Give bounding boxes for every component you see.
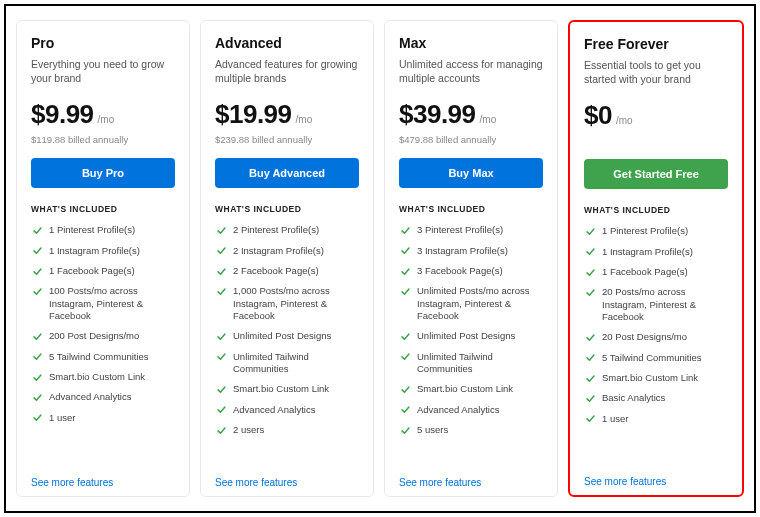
feature-text: 1 user: [602, 413, 628, 425]
cta-button[interactable]: Buy Max: [399, 158, 543, 188]
check-icon: [31, 224, 43, 236]
feature-item: 1 user: [31, 412, 175, 424]
feature-list: 1 Pinterest Profile(s)1 Instagram Profil…: [584, 225, 728, 425]
feature-text: 2 Facebook Page(s): [233, 265, 319, 277]
feature-item: 5 Tailwind Communities: [31, 351, 175, 363]
check-icon: [399, 404, 411, 416]
feature-text: Smart.bio Custom Link: [602, 372, 698, 384]
check-icon: [399, 224, 411, 236]
feature-item: Unlimited Post Designs: [399, 330, 543, 342]
feature-item: 1 user: [584, 413, 728, 425]
feature-text: Advanced Analytics: [49, 391, 131, 403]
check-icon: [215, 404, 227, 416]
feature-text: 200 Post Designs/mo: [49, 330, 139, 342]
see-more-features-link[interactable]: See more features: [584, 476, 728, 487]
feature-item: Smart.bio Custom Link: [215, 383, 359, 395]
price-row: $0/mo: [584, 100, 728, 131]
pricing-frame: ProEverything you need to grow your bran…: [4, 4, 756, 513]
feature-text: Unlimited Tailwind Communities: [417, 351, 543, 376]
check-icon: [31, 245, 43, 257]
plan-description: Essential tools to get you started with …: [584, 58, 728, 86]
feature-item: Advanced Analytics: [31, 391, 175, 403]
plan-billed: [584, 135, 728, 147]
plan-price: $39.99: [399, 99, 476, 130]
check-icon: [31, 265, 43, 277]
plan-period: /mo: [98, 114, 115, 125]
pricing-card-max: MaxUnlimited access for managing multipl…: [384, 20, 558, 497]
feature-text: 1 Facebook Page(s): [49, 265, 135, 277]
check-icon: [31, 351, 43, 363]
check-icon: [215, 351, 227, 363]
check-icon: [215, 285, 227, 297]
feature-text: Smart.bio Custom Link: [417, 383, 513, 395]
feature-item: 200 Post Designs/mo: [31, 330, 175, 342]
feature-item: 2 users: [215, 424, 359, 436]
cta-button[interactable]: Get Started Free: [584, 159, 728, 189]
check-icon: [31, 371, 43, 383]
plan-name: Pro: [31, 35, 175, 51]
check-icon: [215, 265, 227, 277]
feature-text: 1 Pinterest Profile(s): [49, 224, 135, 236]
price-row: $39.99/mo: [399, 99, 543, 130]
feature-text: 100 Posts/mo across Instagram, Pinterest…: [49, 285, 175, 322]
see-more-features-link[interactable]: See more features: [31, 477, 175, 488]
feature-text: Unlimited Tailwind Communities: [233, 351, 359, 376]
feature-text: 20 Posts/mo across Instagram, Pinterest …: [602, 286, 728, 323]
whats-included-title: WHAT'S INCLUDED: [31, 204, 175, 214]
feature-text: Advanced Analytics: [233, 404, 315, 416]
feature-text: Advanced Analytics: [417, 404, 499, 416]
feature-item: Basic Analytics: [584, 392, 728, 404]
check-icon: [399, 383, 411, 395]
feature-item: 1 Pinterest Profile(s): [584, 225, 728, 237]
feature-text: Unlimited Post Designs: [417, 330, 515, 342]
feature-text: Unlimited Posts/mo across Instagram, Pin…: [417, 285, 543, 322]
feature-item: 3 Pinterest Profile(s): [399, 224, 543, 236]
plan-price: $9.99: [31, 99, 94, 130]
feature-text: Basic Analytics: [602, 392, 665, 404]
check-icon: [215, 245, 227, 257]
feature-item: 2 Facebook Page(s): [215, 265, 359, 277]
feature-item: 20 Posts/mo across Instagram, Pinterest …: [584, 286, 728, 323]
feature-item: 1 Pinterest Profile(s): [31, 224, 175, 236]
check-icon: [584, 286, 596, 298]
pricing-card-free-forever: Free ForeverEssential tools to get you s…: [568, 20, 744, 497]
whats-included-title: WHAT'S INCLUDED: [215, 204, 359, 214]
feature-item: Unlimited Tailwind Communities: [215, 351, 359, 376]
plan-name: Free Forever: [584, 36, 728, 52]
cta-button[interactable]: Buy Advanced: [215, 158, 359, 188]
whats-included-title: WHAT'S INCLUDED: [399, 204, 543, 214]
feature-item: 1,000 Posts/mo across Instagram, Pintere…: [215, 285, 359, 322]
check-icon: [31, 330, 43, 342]
feature-item: Smart.bio Custom Link: [399, 383, 543, 395]
feature-text: 3 Facebook Page(s): [417, 265, 503, 277]
plan-billed: $479.88 billed annually: [399, 134, 543, 146]
feature-item: 5 Tailwind Communities: [584, 352, 728, 364]
feature-text: 1 Pinterest Profile(s): [602, 225, 688, 237]
pricing-card-advanced: AdvancedAdvanced features for growing mu…: [200, 20, 374, 497]
plan-description: Unlimited access for managing multiple a…: [399, 57, 543, 85]
feature-list: 3 Pinterest Profile(s)3 Instagram Profil…: [399, 224, 543, 436]
check-icon: [399, 424, 411, 436]
feature-text: Smart.bio Custom Link: [233, 383, 329, 395]
pricing-grid: ProEverything you need to grow your bran…: [16, 20, 744, 497]
feature-list: 2 Pinterest Profile(s)2 Instagram Profil…: [215, 224, 359, 436]
check-icon: [584, 372, 596, 384]
feature-item: 1 Instagram Profile(s): [31, 245, 175, 257]
feature-item: 20 Post Designs/mo: [584, 331, 728, 343]
feature-item: Smart.bio Custom Link: [31, 371, 175, 383]
feature-item: 1 Instagram Profile(s): [584, 246, 728, 258]
feature-text: 5 users: [417, 424, 448, 436]
cta-button[interactable]: Buy Pro: [31, 158, 175, 188]
see-more-features-link[interactable]: See more features: [399, 477, 543, 488]
pricing-card-pro: ProEverything you need to grow your bran…: [16, 20, 190, 497]
feature-text: 20 Post Designs/mo: [602, 331, 687, 343]
feature-text: 1 Facebook Page(s): [602, 266, 688, 278]
check-icon: [399, 265, 411, 277]
feature-text: 1 Instagram Profile(s): [49, 245, 140, 257]
check-icon: [399, 330, 411, 342]
see-more-features-link[interactable]: See more features: [215, 477, 359, 488]
feature-item: 1 Facebook Page(s): [31, 265, 175, 277]
feature-text: 1 user: [49, 412, 75, 424]
price-row: $19.99/mo: [215, 99, 359, 130]
plan-period: /mo: [616, 115, 633, 126]
